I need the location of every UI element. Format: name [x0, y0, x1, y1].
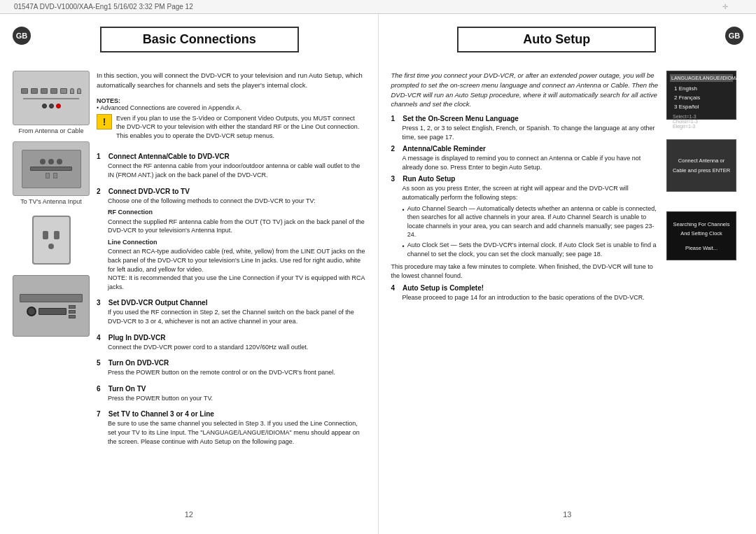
note-1: • Advanced Connections are covered in Ap… — [97, 104, 241, 111]
right-step-2: 2 Antenna/Cable Reminder A message is di… — [391, 145, 660, 171]
lang-menu-img: LANGUAGE/LANGUE/IDIOMA 1 English 2 Franç… — [666, 71, 743, 120]
spacer-1 — [666, 127, 743, 132]
page-container: 01547A DVD-V1000/XAA-Eng1 5/16/02 3:32 P… — [0, 0, 756, 534]
right-page-number: 13 — [391, 506, 744, 521]
top-bar-text: 01547A DVD-V1000/XAA-Eng1 5/16/02 3:32 P… — [14, 3, 193, 10]
left-page-title: Basic Connections — [100, 27, 299, 52]
top-bar: 01547A DVD-V1000/XAA-Eng1 5/16/02 3:32 P… — [0, 0, 756, 14]
right-step-4: 4 Auto Setup is Complete! Please proceed… — [391, 284, 660, 302]
gb-badge-right: GB — [725, 27, 743, 45]
warning-icon: ! — [97, 114, 112, 129]
right-content-area: The first time you connect your DVD-VCR,… — [391, 71, 744, 506]
spacer-2 — [666, 199, 743, 204]
bullet-2: • Auto Clock Set — Sets the DVD-VCR's in… — [402, 241, 660, 258]
warning-text: Even if you plan to use the S-Video or C… — [116, 114, 365, 141]
step-1: 1 Connect Antenna/Cable to DVD-VCR Conne… — [97, 153, 365, 179]
img2-label: To TV's Antenna Input — [13, 198, 90, 205]
right-intro: The first time you connect your DVD-VCR,… — [391, 71, 660, 109]
left-intro: In this section, you will connect the DV… — [97, 71, 365, 90]
left-images-col: From Antenna or Cable — [13, 71, 90, 506]
step-2: 2 Connect DVD-VCR to TV Choose one of th… — [97, 188, 365, 292]
main-content: GB Basic Connections — [0, 14, 756, 534]
step-3: 3 Set DVD-VCR Output Channel If you used… — [97, 299, 365, 325]
rf-connection-header: RF Connection — [108, 208, 365, 217]
line-connection-text: Connect an RCA-type audio/video cable (r… — [108, 247, 365, 291]
notes-label: NOTES: — [97, 97, 120, 104]
tv-antenna-img: To TV's Antenna Input — [13, 141, 90, 205]
left-page-number: 12 — [13, 506, 365, 521]
step-4: 4 Plug In DVD-VCR Connect the DVD-VCR po… — [97, 334, 365, 352]
antenna-connect-img: Connect Antenna or Cable and press ENTER — [666, 139, 743, 192]
gb-badge-left: GB — [13, 27, 31, 45]
img1-label: From Antenna or Cable — [13, 127, 90, 134]
step-7: 7 Set TV to Channel 3 or 4 or Line Be su… — [97, 410, 365, 446]
vcr-front-img — [13, 275, 90, 337]
left-content-area: From Antenna or Cable — [13, 71, 365, 506]
page-right: GB Auto Setup The first time you connect… — [379, 14, 757, 534]
notes-box: NOTES: • Advanced Connections are covere… — [97, 97, 365, 145]
search-text-2: And Setting Clock — [680, 230, 722, 237]
power-outlet-img — [13, 212, 90, 268]
please-wait: Please Wait... — [685, 245, 718, 251]
bullet-1: • Auto Channel Search — Automatically de… — [402, 204, 660, 239]
right-step-1: 1 Set the On-Screen Menu Language Press … — [391, 115, 660, 141]
step-6: 6 Turn On TV Press the POWER button on y… — [97, 385, 365, 403]
rf-connection-text: Connect the supplied RF antenna cable fr… — [108, 218, 365, 235]
left-text-col: In this section, you will connect the DV… — [97, 71, 365, 506]
right-page-title: Auto Setup — [457, 27, 656, 52]
procedure-note: This procedure may take a few minutes to… — [391, 262, 660, 280]
line-connection-header: Line Connection — [108, 238, 365, 247]
right-step-3: 3 Run Auto Setup As soon as you press En… — [391, 175, 660, 258]
search-screen-img: Searching For Channels And Setting Clock… — [666, 211, 743, 260]
page-left: GB Basic Connections — [0, 14, 379, 534]
search-text-1: Searching For Channels — [673, 221, 730, 227]
step-5: 5 Turn On DVD-VCR Press the POWER button… — [97, 359, 365, 377]
right-images-col: LANGUAGE/LANGUE/IDIOMA 1 English 2 Franç… — [666, 71, 743, 506]
right-text-col: The first time you connect your DVD-VCR,… — [391, 71, 660, 506]
device-back-panel-img: From Antenna or Cable — [13, 71, 90, 134]
warning-row: ! Even if you plan to use the S-Video or… — [97, 114, 365, 141]
